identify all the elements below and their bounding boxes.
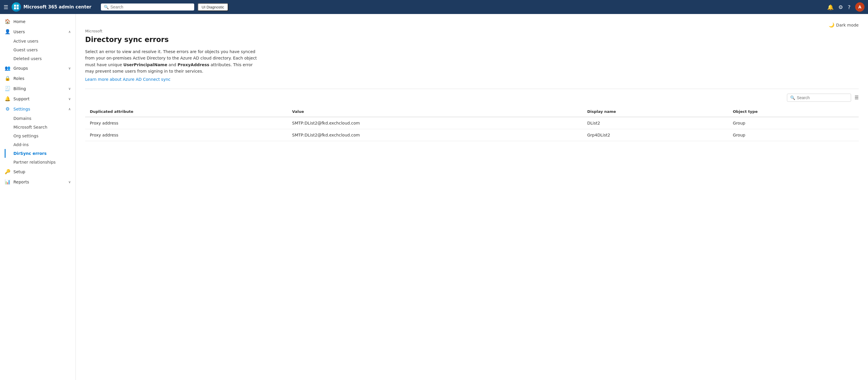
description: Select an error to view and resolve it. … (85, 49, 260, 75)
roles-icon: 🔒 (5, 76, 10, 81)
setup-icon: 🔑 (5, 169, 10, 174)
sidebar-item-partner-relationships[interactable]: Partner relationships (13, 158, 75, 167)
billing-icon: 🧾 (5, 86, 10, 91)
sidebar-item-setup[interactable]: 🔑 Setup (0, 167, 75, 177)
sidebar-item-label: Reports (13, 180, 65, 184)
col-duplicated-attribute: Duplicated attribute (85, 107, 287, 117)
table-row[interactable]: Proxy address SMTP:DList2@fkd.exchcloud.… (85, 129, 859, 141)
col-display-name: Display name (583, 107, 728, 117)
darkmode-toggle[interactable]: 🌙 Dark mode (829, 22, 859, 28)
breadcrumb: Microsoft (85, 29, 859, 33)
description-bold-2: ProxyAddress (178, 62, 209, 67)
topnav: ☰ Microsoft 365 admin center 🔍 UI Diagno… (0, 0, 868, 14)
sidebar-item-label: Billing (13, 86, 65, 91)
sidebar-item-label: Settings (13, 107, 65, 111)
sidebar-item-users[interactable]: 👤 Users ∧ (0, 27, 75, 37)
main-content: 🌙 Dark mode Microsoft Directory sync err… (76, 14, 868, 380)
hamburger-icon[interactable]: ☰ (3, 4, 8, 10)
global-search-box[interactable]: 🔍 (101, 3, 194, 10)
cell-value: SMTP:DList2@fkd.exchcloud.com (287, 129, 583, 141)
layout: 🏠 Home 👤 Users ∧ Active users Guest user… (0, 14, 868, 380)
help-icon[interactable]: ? (847, 4, 850, 10)
sidebar-item-guest-users[interactable]: Guest users (13, 46, 75, 54)
cell-object-type: Group (728, 117, 859, 129)
users-icon: 👤 (5, 29, 10, 34)
sidebar-item-dirsync-errors[interactable]: DirSync errors (13, 149, 75, 158)
sidebar-item-support[interactable]: 🔔 Support ∨ (0, 94, 75, 104)
settings-icon: ⚙️ (5, 106, 10, 112)
chevron-down-icon: ∨ (68, 180, 71, 184)
chevron-up-icon: ∧ (68, 30, 71, 34)
ui-diagnostic-button[interactable]: UI Diagnostic (198, 3, 228, 11)
sidebar-item-deleted-users[interactable]: Deleted users (13, 54, 75, 63)
settings-submenu: Domains Microsoft Search Org settings Ad… (0, 114, 75, 167)
learn-more-link[interactable]: Learn more about Azure AD Connect sync (85, 77, 170, 82)
settings-icon[interactable]: ⚙️ (838, 4, 843, 10)
sidebar-item-label: Home (13, 19, 71, 24)
sidebar-item-label: Groups (13, 66, 65, 70)
chevron-down-icon: ∨ (68, 87, 71, 91)
cell-duplicated-attribute: Proxy address (85, 129, 287, 141)
search-icon: 🔍 (104, 5, 109, 9)
description-text-2: and (167, 62, 178, 67)
app-logo: Microsoft 365 admin center (12, 2, 91, 12)
support-icon: 🔔 (5, 96, 10, 101)
cell-display-name: Grp4DList2 (583, 129, 728, 141)
col-object-type: Object type (728, 107, 859, 117)
chevron-down-icon: ∨ (68, 97, 71, 101)
sidebar-item-add-ins[interactable]: Add-ins (13, 140, 75, 149)
divider (85, 89, 859, 89)
cell-display-name: DList2 (583, 117, 728, 129)
sidebar-item-settings[interactable]: ⚙️ Settings ∧ (0, 104, 75, 114)
sidebar-item-groups[interactable]: 👥 Groups ∨ (0, 63, 75, 73)
page-title: Directory sync errors (85, 36, 859, 44)
groups-icon: 👥 (5, 65, 10, 71)
sidebar-item-label: Roles (13, 76, 71, 81)
cell-duplicated-attribute: Proxy address (85, 117, 287, 129)
cell-object-type: Group (728, 129, 859, 141)
sidebar-item-active-users[interactable]: Active users (13, 37, 75, 46)
table-row[interactable]: Proxy address SMTP:DList2@fkd.exchcloud.… (85, 117, 859, 129)
app-title: Microsoft 365 admin center (23, 4, 91, 10)
table-search-box[interactable]: 🔍 (787, 94, 851, 102)
filter-icon[interactable]: ☰ (855, 95, 859, 100)
chevron-down-icon: ∨ (68, 66, 71, 70)
home-icon: 🏠 (5, 19, 10, 24)
sidebar-item-microsoft-search[interactable]: Microsoft Search (13, 123, 75, 131)
sidebar-item-billing[interactable]: 🧾 Billing ∨ (0, 83, 75, 94)
sidebar-item-org-settings[interactable]: Org settings (13, 131, 75, 140)
sidebar-item-roles[interactable]: 🔒 Roles (0, 73, 75, 83)
users-submenu: Active users Guest users Deleted users (0, 37, 75, 63)
table-toolbar: 🔍 ☰ (85, 94, 859, 102)
sidebar: 🏠 Home 👤 Users ∧ Active users Guest user… (0, 14, 76, 380)
search-input[interactable] (111, 5, 191, 9)
reports-icon: 📊 (5, 179, 10, 184)
table-search-input[interactable] (797, 95, 848, 100)
avatar[interactable]: A (855, 2, 865, 12)
sidebar-item-label: Support (13, 96, 65, 101)
sidebar-item-home[interactable]: 🏠 Home (0, 16, 75, 27)
col-value: Value (287, 107, 583, 117)
sidebar-item-label: Users (13, 29, 65, 34)
darkmode-label: Dark mode (836, 23, 859, 27)
cell-value: SMTP:DList2@fkd.exchcloud.com (287, 117, 583, 129)
sidebar-item-domains[interactable]: Domains (13, 114, 75, 123)
chevron-up-icon: ∧ (68, 107, 71, 111)
sidebar-item-reports[interactable]: 📊 Reports ∨ (0, 177, 75, 187)
moon-icon: 🌙 (829, 22, 834, 28)
search-icon: 🔍 (790, 95, 795, 100)
description-bold-1: UserPrincipalName (123, 62, 167, 67)
errors-table: Duplicated attribute Value Display name … (85, 107, 859, 141)
sidebar-item-label: Setup (13, 170, 71, 174)
notification-icon[interactable]: 🔔 (827, 4, 834, 10)
logo-icon (12, 2, 21, 12)
topnav-icons: 🔔 ⚙️ ? A (827, 2, 865, 12)
